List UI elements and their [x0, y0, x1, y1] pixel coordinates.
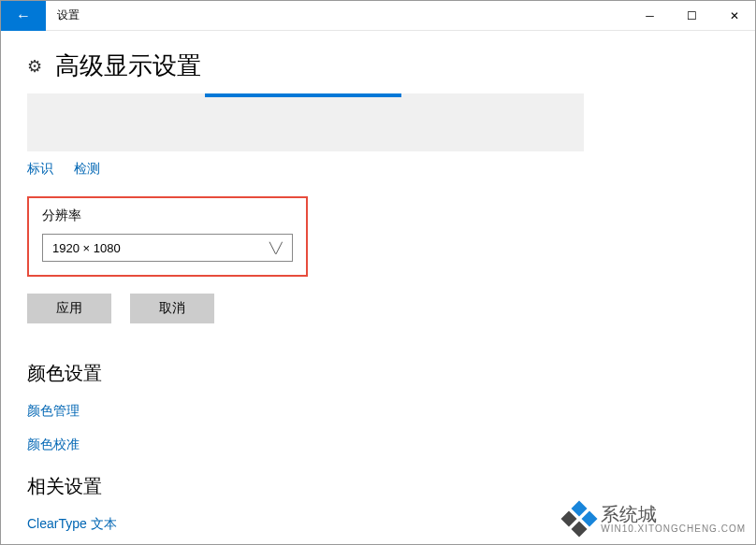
- display-actions: 标识 检测: [27, 161, 729, 178]
- arrow-left-icon: ←: [16, 7, 31, 24]
- watermark-brand: 系统城: [601, 505, 746, 523]
- close-button[interactable]: ✕: [713, 1, 755, 31]
- content-area: ⚙ 高级显示设置 标识 检测 分辨率 1920 × 1080 ╲╱ 应用 取消 …: [1, 31, 755, 545]
- cancel-button[interactable]: 取消: [130, 294, 214, 323]
- page-title: 高级显示设置: [55, 50, 201, 82]
- titlebar: ← 设置 ─ ☐ ✕: [1, 1, 755, 31]
- identify-link[interactable]: 标识: [27, 161, 53, 178]
- window-title: 设置: [57, 7, 80, 23]
- watermark-logo-icon: [563, 503, 595, 535]
- watermark: 系统城 WIN10.XITONGCHENG.COM: [563, 503, 746, 535]
- color-management-link[interactable]: 颜色管理: [27, 403, 729, 420]
- apply-button[interactable]: 应用: [27, 294, 111, 323]
- watermark-text-block: 系统城 WIN10.XITONGCHENG.COM: [601, 505, 746, 534]
- page-header: ⚙ 高级显示设置: [27, 50, 729, 82]
- chevron-down-icon: ╲╱: [269, 242, 283, 254]
- monitor-preview: [27, 93, 584, 151]
- window-controls: ─ ☐ ✕: [629, 1, 755, 31]
- minimize-button[interactable]: ─: [629, 1, 671, 31]
- action-buttons: 应用 取消: [27, 294, 729, 323]
- color-calibration-link[interactable]: 颜色校准: [27, 437, 729, 453]
- resolution-dropdown[interactable]: 1920 × 1080 ╲╱: [42, 234, 293, 262]
- monitor-indicator: [205, 93, 401, 97]
- resolution-label: 分辨率: [42, 208, 293, 224]
- color-section-title: 颜色设置: [27, 361, 729, 386]
- resolution-highlight: 分辨率 1920 × 1080 ╲╱: [27, 196, 308, 277]
- maximize-button[interactable]: ☐: [671, 1, 713, 31]
- watermark-url: WIN10.XITONGCHENG.COM: [601, 523, 746, 534]
- gear-icon: ⚙: [27, 56, 42, 77]
- detect-link[interactable]: 检测: [74, 161, 100, 178]
- back-button[interactable]: ←: [1, 1, 46, 31]
- related-section-title: 相关设置: [27, 474, 729, 499]
- resolution-value: 1920 × 1080: [52, 241, 121, 255]
